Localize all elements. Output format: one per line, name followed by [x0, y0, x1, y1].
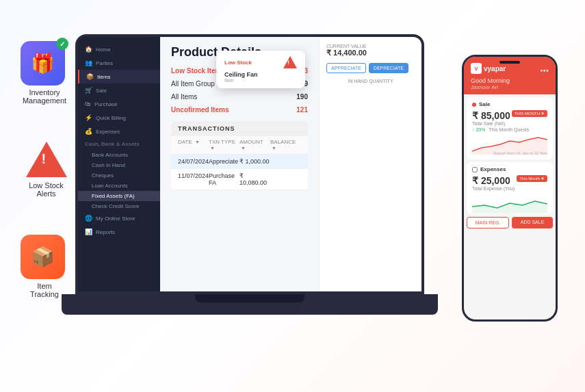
txn-type-2: Purchase FA: [209, 172, 239, 186]
sidebar-item-sale[interactable]: 🛒Sale: [78, 83, 160, 97]
stat-unconfirmed-label: Uncofirmed Items: [171, 106, 229, 114]
stat-unconfirmed-value: 121: [296, 106, 308, 114]
vyapar-logo: V vyapar: [471, 63, 506, 74]
mobile-time: ●●●: [540, 68, 549, 73]
current-value: ₹ 14,400.00: [326, 49, 415, 57]
expenses-label: Total Expense (You): [472, 186, 515, 191]
sidebar-sub-cheques[interactable]: Cheques: [78, 170, 160, 181]
action-buttons: APPRECIATE DEPRECIATE: [326, 63, 415, 73]
vyapar-app-name: vyapar: [484, 65, 506, 73]
sidebar-item-home[interactable]: 🏠Home: [78, 42, 160, 56]
popup-product-subtitle: Item: [224, 78, 297, 83]
popup-product-name: Ceiling Fan: [224, 71, 297, 78]
sidebar-section-cash: Cash, Bank & Assets: [78, 138, 160, 150]
gift-icon-label: Inventory Management: [21, 88, 68, 105]
stat-all-group-label: All Item Group: [171, 80, 215, 88]
sale-growth: ↑ 20% This Month Quests: [472, 127, 547, 132]
low-stock-popup: Low Stock ! Ceiling Fan Item: [216, 51, 305, 88]
gift-icon-box: 🎁 ✓: [21, 41, 65, 86]
right-panel: CURRENT VALUE ₹ 14,400.00 APPRECIATE DEP…: [319, 37, 421, 291]
sale-amount-row: ₹ 85,000 Total Sale (Net) THIS MONTH ▼: [472, 110, 547, 126]
mobile-screen: V vyapar ●●● Good Morning Jasnoor Ari Sa…: [464, 57, 556, 319]
transactions-table: TRANSACTIONS DATE ▼ TXN TYPE ▼ AMOUNT ▼ …: [171, 121, 308, 190]
sidebar-item-items[interactable]: 📦Items: [78, 70, 160, 83]
stack-icon-container: 📦 Item Tracking: [21, 235, 72, 298]
expenses-chart: [472, 193, 547, 210]
expenses-amount-row: ₹ 25,000 Total Expense (You) This Month …: [472, 175, 547, 191]
sale-dot: [472, 103, 476, 107]
appreciate-button[interactable]: APPRECIATE: [326, 63, 366, 73]
stat-all-items-label: All Items: [171, 93, 197, 101]
txn-balance-1: [270, 158, 301, 165]
stack-icon-box: 📦: [21, 235, 65, 279]
add-sale-button[interactable]: ADD SALE: [512, 217, 553, 228]
expenses-section-title: Expenses: [472, 166, 547, 172]
sidebar-sub-bank[interactable]: Bank Accounts: [78, 150, 160, 160]
txn-type-1: Appreciate: [209, 158, 239, 165]
sidebar-sub-credit[interactable]: Check Credit Score: [78, 201, 160, 211]
check-badge: ✓: [56, 38, 68, 50]
sidebar-sub-cash[interactable]: Cash In Hand: [78, 160, 160, 170]
sidebar: 🏠Home 👥Parties 📦Items 🛒Sale 🛍Purchase ⚡Q…: [78, 37, 160, 291]
sidebar-sub-loan[interactable]: Loan Accounts: [78, 181, 160, 191]
sidebar-item-reports[interactable]: 📊Reports: [78, 225, 160, 239]
col-balance: BALANCE ▼: [270, 139, 301, 151]
mobile-status: ●●●: [540, 62, 549, 75]
sidebar-item-expenses[interactable]: 💰Expenses: [78, 125, 160, 138]
col-date: DATE ▼: [178, 139, 209, 151]
warning-triangle-icon: [26, 142, 67, 177]
mobile-bottom-buttons: MAIN REG. ADD SALE: [467, 217, 553, 228]
mobile-body: V vyapar ●●● Good Morning Jasnoor Ari Sa…: [462, 55, 558, 322]
sale-section-title: Sale: [472, 101, 547, 107]
sale-label: Total Sale (Net): [472, 121, 510, 126]
current-value-label: CURRENT VALUE: [326, 44, 415, 49]
left-decoration: 🎁 ✓ Inventory Management Low Stock Alert…: [21, 41, 72, 298]
mobile-username: Jasnoor Ari: [471, 84, 549, 90]
main-content: Low Stock ! Ceiling Fan Item Product Det…: [160, 37, 319, 291]
expenses-checkbox[interactable]: [472, 167, 478, 172]
depreciate-button[interactable]: DEPRECIATE: [369, 63, 408, 73]
sidebar-item-parties[interactable]: 👥Parties: [78, 56, 160, 70]
stat-all-items[interactable]: All Items 190: [171, 91, 308, 103]
sidebar-sub-fixedassets[interactable]: Fixed Assets (FA): [78, 191, 160, 201]
sidebar-item-quickbilling[interactable]: ⚡Quick Billing: [78, 111, 160, 125]
mobile-phone: V vyapar ●●● Good Morning Jasnoor Ari Sa…: [462, 55, 558, 328]
expenses-amount: ₹ 25,000: [472, 175, 515, 186]
laptop: 🏠Home 👥Parties 📦Items 🛒Sale 🛍Purchase ⚡Q…: [75, 34, 438, 342]
warning-icon-label: Low Stock Alerts: [29, 181, 64, 198]
txn-amount-2: ₹ 10,080.00: [239, 172, 270, 186]
main-reg-button[interactable]: MAIN REG.: [467, 217, 509, 228]
gift-icon-container: 🎁 ✓ Inventory Management: [21, 41, 72, 105]
popup-warning-icon: !: [283, 56, 297, 68]
mobile-expenses-section: Expenses ₹ 25,000 Total Expense (You) Th…: [467, 162, 553, 214]
txn-balance-2: [270, 172, 301, 186]
warning-icon-container: Low Stock Alerts: [21, 146, 72, 194]
table-row[interactable]: 24/07/2024 Appreciate ₹ 1,000.00: [171, 155, 308, 169]
txn-date-1: 24/07/2024: [178, 158, 209, 165]
expenses-badge: This Month ▼: [517, 175, 547, 182]
mobile-notch: [499, 61, 520, 64]
laptop-notch: [195, 294, 304, 302]
mobile-greeting: Good Morning: [471, 77, 549, 84]
vyapar-icon: V: [471, 63, 482, 74]
txn-amount-1: ₹ 1,000.00: [239, 158, 270, 165]
stat-unconfirmed[interactable]: Uncofirmed Items 121: [171, 104, 308, 116]
sale-amount: ₹ 85,000: [472, 110, 510, 121]
transactions-header: TRANSACTIONS: [171, 121, 308, 136]
col-amount: AMOUNT ▼: [239, 139, 270, 151]
sale-chart: [472, 134, 547, 151]
stat-all-items-value: 190: [296, 93, 308, 101]
in-hand-label: IN HAND QUANTITY: [326, 79, 415, 83]
laptop-screen: 🏠Home 👥Parties 📦Items 🛒Sale 🛍Purchase ⚡Q…: [78, 37, 421, 291]
transactions-columns: DATE ▼ TXN TYPE ▼ AMOUNT ▼ BALANCE ▼: [171, 136, 308, 155]
sidebar-item-onlinestore[interactable]: 🌐My Online Store: [78, 211, 160, 225]
sidebar-item-purchase[interactable]: 🛍Purchase: [78, 97, 160, 111]
laptop-base: [62, 294, 438, 315]
mobile-sale-section: Sale ₹ 85,000 Total Sale (Net) THIS MONT…: [467, 97, 553, 159]
laptop-body: 🏠Home 👥Parties 📦Items 🛒Sale 🛍Purchase ⚡Q…: [75, 34, 424, 294]
sale-badge: THIS MONTH ▼: [512, 110, 547, 117]
table-row[interactable]: 11/07/2024 Purchase FA ₹ 10,080.00: [171, 169, 308, 190]
low-stock-badge: Low Stock: [224, 60, 252, 66]
col-txntype: TXN TYPE ▼: [209, 139, 239, 151]
txn-date-2: 11/07/2024: [178, 172, 209, 186]
